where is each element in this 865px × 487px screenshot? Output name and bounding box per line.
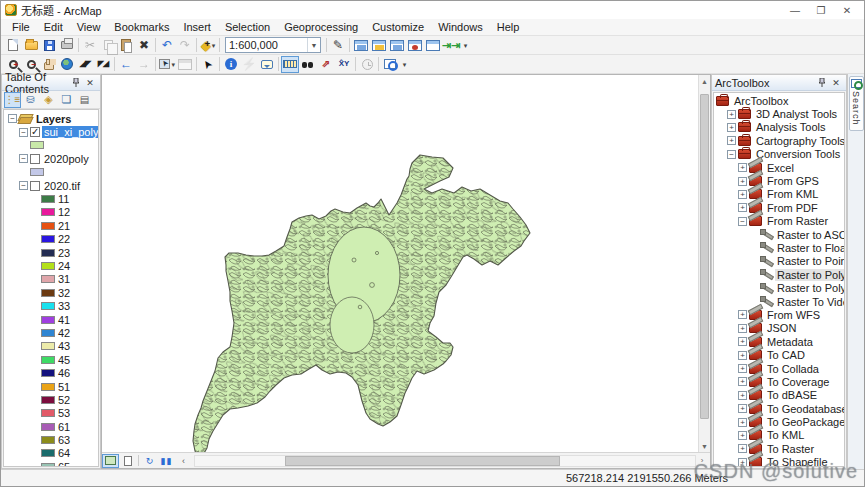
- arctoolbox-item[interactable]: +Analysis Tools: [714, 121, 845, 134]
- data-view-button[interactable]: [102, 454, 119, 468]
- editor-pencil-icon[interactable]: ✎: [329, 37, 347, 54]
- arctoolbox-item[interactable]: +To Shapefile: [714, 456, 845, 467]
- tree-expander-icon[interactable]: +: [727, 123, 736, 132]
- delete-icon[interactable]: ✖: [135, 37, 153, 54]
- tree-expander-icon[interactable]: +: [738, 418, 747, 427]
- search-window-icon[interactable]: [388, 37, 406, 54]
- chevron-down-icon[interactable]: ▼: [307, 38, 320, 52]
- layer-visibility-checkbox[interactable]: [30, 127, 40, 137]
- arctoolbox-item[interactable]: Raster to Point: [714, 255, 845, 268]
- tree-expander-icon[interactable]: +: [738, 203, 747, 212]
- arctoolbox-item[interactable]: +From WFS: [714, 308, 845, 321]
- full-extent-icon[interactable]: [58, 56, 76, 73]
- new-document-icon[interactable]: [4, 37, 22, 54]
- layer-symbol-swatch[interactable]: [30, 141, 44, 149]
- arctoolbox-item[interactable]: −From Raster: [714, 215, 845, 228]
- search-dock-tab[interactable]: Search: [849, 76, 864, 131]
- arctoolbox-item[interactable]: Raster to Polygon: [714, 268, 845, 281]
- scroll-up-icon[interactable]: ▲: [699, 75, 710, 87]
- arctoolbox-item[interactable]: Raster to ASCII: [714, 228, 845, 241]
- tree-expander-icon[interactable]: +: [738, 377, 747, 386]
- toc-swatch-row[interactable]: [4, 166, 99, 179]
- toc-layer-row[interactable]: −sui_xi_poly: [4, 125, 99, 138]
- select-features-icon[interactable]: ▾: [158, 56, 176, 73]
- tree-expander-icon[interactable]: −: [738, 217, 747, 226]
- tree-expander-icon[interactable]: −: [19, 181, 28, 190]
- layer-name[interactable]: 2020poly: [42, 153, 91, 165]
- arctoolbox-item[interactable]: +From GPS: [714, 174, 845, 187]
- tree-expander-icon[interactable]: +: [738, 458, 747, 467]
- find-icon[interactable]: [299, 56, 317, 73]
- layer-visibility-checkbox[interactable]: [30, 154, 40, 164]
- tree-expander-icon[interactable]: −: [8, 114, 17, 123]
- zoom-in-icon[interactable]: +: [4, 56, 22, 73]
- find-route-icon[interactable]: ⇗: [317, 56, 335, 73]
- layer-visibility-checkbox[interactable]: [30, 181, 40, 191]
- tree-expander-icon[interactable]: +: [738, 324, 747, 333]
- arctoolbox-item[interactable]: +From PDF: [714, 201, 845, 214]
- scroll-down-icon[interactable]: ▼: [699, 440, 710, 452]
- map-vertical-scrollbar[interactable]: ▲ ▼: [698, 75, 710, 452]
- add-data-icon[interactable]: ◆▾: [199, 37, 217, 54]
- arctoolbox-item[interactable]: +To CAD: [714, 348, 845, 361]
- measure-icon[interactable]: [281, 56, 299, 73]
- pan-icon[interactable]: [40, 56, 58, 73]
- arctoolbox-item[interactable]: +To Raster: [714, 442, 845, 455]
- layer-name[interactable]: 2020.tif: [42, 180, 82, 192]
- arctoolbox-item[interactable]: +From KML: [714, 188, 845, 201]
- save-icon[interactable]: [40, 37, 58, 54]
- minimize-button[interactable]: —: [782, 2, 808, 18]
- menu-customize[interactable]: Customize: [365, 20, 431, 34]
- list-by-drawing-order-icon[interactable]: ⋮≡: [4, 92, 21, 108]
- toolbar-overflow-icon[interactable]: ▾: [460, 37, 470, 54]
- map-scale-combo[interactable]: 1:600,000▼: [225, 37, 321, 53]
- tree-expander-icon[interactable]: +: [738, 391, 747, 400]
- tree-expander-icon[interactable]: +: [738, 163, 747, 172]
- layer-symbol-swatch[interactable]: [30, 168, 44, 176]
- paste-icon[interactable]: [117, 37, 135, 54]
- menu-windows[interactable]: Windows: [431, 20, 490, 34]
- restore-button[interactable]: ❐: [808, 2, 834, 18]
- undo-icon[interactable]: ↶: [158, 37, 176, 54]
- tree-expander-icon[interactable]: +: [738, 351, 747, 360]
- arctoolbox-window-icon[interactable]: [406, 37, 424, 54]
- close-button[interactable]: ✕: [834, 2, 860, 18]
- menu-selection[interactable]: Selection: [218, 20, 277, 34]
- arctoolbox-item[interactable]: +To Collada: [714, 362, 845, 375]
- arctoolbox-item[interactable]: +To dBASE: [714, 389, 845, 402]
- arctoolbox-item[interactable]: Raster to Float: [714, 241, 845, 254]
- previous-extent-button[interactable]: ‹: [175, 454, 192, 468]
- scroll-right-icon[interactable]: ›: [696, 456, 708, 465]
- map-canvas[interactable]: [102, 75, 698, 452]
- arctoolbox-item[interactable]: +To KML: [714, 429, 845, 442]
- toc-options-icon[interactable]: ▤: [76, 92, 93, 108]
- tree-expander-icon[interactable]: −: [19, 128, 28, 137]
- list-by-source-icon[interactable]: ⛁: [22, 92, 39, 108]
- close-icon[interactable]: ✕: [83, 76, 97, 89]
- arctoolbox-item[interactable]: +JSON: [714, 322, 845, 335]
- menu-bookmarks[interactable]: Bookmarks: [107, 20, 176, 34]
- tree-expander-icon[interactable]: +: [738, 404, 747, 413]
- tree-expander-icon[interactable]: +: [738, 364, 747, 373]
- menu-view[interactable]: View: [70, 20, 108, 34]
- toc-group-row[interactable]: −Layers: [4, 112, 99, 125]
- toc-layer-row[interactable]: −2020poly: [4, 152, 99, 165]
- arctoolbox-item[interactable]: +3D Analyst Tools: [714, 107, 845, 120]
- tree-expander-icon[interactable]: +: [738, 444, 747, 453]
- tree-expander-icon[interactable]: +: [738, 190, 747, 199]
- tree-expander-icon[interactable]: +: [738, 177, 747, 186]
- arctoolbox-item[interactable]: +Cartography Tools: [714, 134, 845, 147]
- layout-view-button[interactable]: [119, 454, 136, 468]
- tree-expander-icon[interactable]: +: [738, 337, 747, 346]
- list-by-visibility-icon[interactable]: ◈: [40, 92, 57, 108]
- arctoolbox-item[interactable]: +To Coverage: [714, 375, 845, 388]
- table-of-contents-window-icon[interactable]: [352, 37, 370, 54]
- arctoolbox-item[interactable]: Raster To Video: [714, 295, 845, 308]
- menu-file[interactable]: File: [5, 20, 37, 34]
- python-window-icon[interactable]: [424, 37, 442, 54]
- menu-geoprocessing[interactable]: Geoprocessing: [277, 20, 365, 34]
- map-horizontal-scrollbar[interactable]: ›: [194, 454, 708, 467]
- toc-swatch-row[interactable]: [4, 139, 99, 152]
- tree-expander-icon[interactable]: +: [738, 431, 747, 440]
- viewer-window-icon[interactable]: [381, 56, 399, 73]
